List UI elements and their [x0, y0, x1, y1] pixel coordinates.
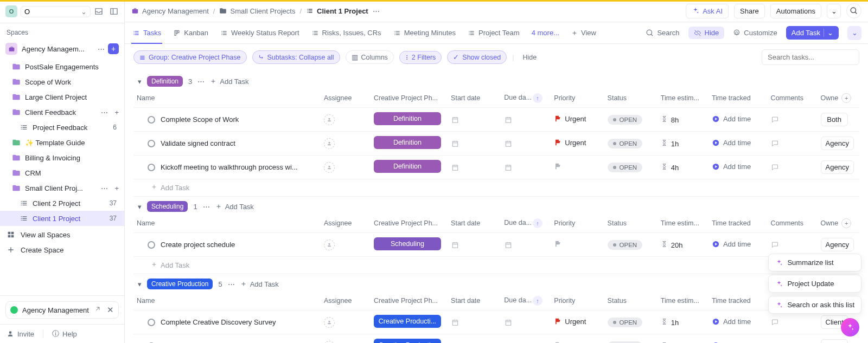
sidebar-item[interactable]: Large Client Project [0, 89, 124, 105]
ai-summarize[interactable]: Summarize list [768, 254, 861, 271]
task-row[interactable]: Create project schedule Scheduling OPEN … [133, 233, 859, 257]
ask-ai-button[interactable]: Ask AI [686, 4, 729, 18]
task-row[interactable]: Validate signed contract Definition Urge… [133, 132, 859, 156]
status-ring-icon[interactable] [148, 116, 155, 124]
panel-toggle-icon[interactable] [109, 7, 119, 16]
group-collapse-icon[interactable]: ▾ [138, 77, 142, 86]
tab[interactable]: Project Team [467, 22, 521, 43]
group-add-task[interactable]: Add Task [210, 77, 248, 86]
sidebar-item[interactable]: ✨ Template Guide [0, 135, 124, 150]
tab[interactable]: Kanban [172, 22, 209, 43]
show-closed-pill[interactable]: ✓ Show closed [447, 50, 507, 64]
item-add-icon[interactable]: + [114, 184, 119, 192]
tab[interactable]: Weekly Status Report [219, 22, 300, 43]
group-badge[interactable]: Creative Production [147, 279, 213, 289]
start-date-icon[interactable] [451, 115, 459, 124]
item-more-icon[interactable]: ⋯ [101, 108, 108, 117]
sidebar-item[interactable]: CRM [0, 165, 124, 180]
task-row[interactable]: Complete Creative Discovery Survey Creat… [133, 310, 859, 334]
sidebar-item[interactable]: Scope of Work [0, 74, 124, 89]
task-search[interactable] [762, 49, 859, 65]
workspace-card[interactable]: Agency Management ✕ [5, 301, 119, 319]
automations-button[interactable]: Automations [770, 4, 821, 18]
start-date-icon[interactable] [451, 163, 459, 172]
automations-caret[interactable]: ⌄ [827, 4, 841, 18]
time-estimate[interactable]: 1h [661, 319, 679, 327]
group-badge[interactable]: Scheduling [147, 201, 188, 212]
phase-chip[interactable]: Definition [374, 112, 441, 125]
view-kebab[interactable]: ⌄ [847, 26, 861, 40]
phase-chip[interactable]: Definition [374, 136, 441, 149]
assignee-add-icon[interactable] [324, 317, 335, 328]
due-date-icon[interactable] [504, 241, 513, 249]
filters-pill[interactable]: ⫶ 2 Filters [399, 51, 442, 64]
status-ring-icon[interactable] [148, 319, 155, 326]
time-estimate[interactable]: 4h [661, 164, 679, 172]
add-view-button[interactable]: View [570, 22, 597, 43]
chevron-down-icon[interactable]: ⌄ [81, 8, 87, 16]
task-row[interactable]: Complete Scope of Work Definition Urgent… [133, 108, 859, 132]
owner-chip[interactable]: Cli [821, 339, 848, 343]
create-space[interactable]: Create Space [0, 242, 124, 257]
group-more-icon[interactable]: ⋯ [203, 203, 210, 211]
comments-icon[interactable] [771, 163, 779, 171]
global-search[interactable]: ⌄ [21, 6, 91, 17]
status-badge[interactable]: OPEN [608, 115, 643, 125]
space-row[interactable]: Agency Managem... ⋯ + [0, 40, 124, 58]
tabs-more[interactable]: 4 more... [531, 22, 560, 43]
priority-flag-icon[interactable]: Urgent [554, 139, 586, 147]
columns-pill[interactable]: ▥ Columns [346, 50, 394, 64]
time-tracked[interactable]: Add time [712, 318, 751, 326]
subtasks-pill[interactable]: ⤷ Subtasks: Collapse all [252, 50, 340, 64]
assignee-add-icon[interactable] [324, 138, 335, 149]
time-estimate[interactable]: 20h [661, 241, 683, 249]
owner-chip[interactable]: Both [821, 113, 848, 126]
status-badge[interactable]: OPEN [608, 139, 643, 148]
ai-search-list[interactable]: Search or ask this list [768, 296, 861, 314]
add-task-inline[interactable]: Add Task [133, 179, 859, 197]
item-add-icon[interactable]: + [114, 108, 119, 117]
breadcrumb-more-icon[interactable]: ⋯ [373, 7, 380, 15]
sidebar-item[interactable]: Client 2 Project37 [0, 196, 124, 211]
crumb-list[interactable]: Client 1 Project [306, 7, 368, 15]
crumb-folder[interactable]: Small Client Projects [219, 7, 295, 15]
sidebar-item[interactable]: Billing & Invoicing [0, 150, 124, 165]
assignee-add-icon[interactable] [324, 162, 335, 173]
time-estimate[interactable]: 8h [661, 116, 679, 124]
ai-fab[interactable] [841, 318, 859, 336]
sidebar-item[interactable]: Small Client Proj...⋯+ [0, 180, 124, 196]
close-icon[interactable]: ✕ [107, 305, 114, 315]
priority-flag-icon[interactable] [554, 163, 565, 170]
time-tracked[interactable]: Add time [712, 139, 751, 147]
group-more-icon[interactable]: ⋯ [197, 77, 205, 86]
due-date-icon[interactable] [504, 163, 513, 172]
top-search-icon[interactable] [846, 3, 861, 18]
view-customize[interactable]: Customize [733, 29, 777, 37]
task-search-input[interactable] [768, 53, 853, 61]
status-badge[interactable]: OPEN [608, 163, 643, 172]
view-all-spaces[interactable]: View all Spaces [0, 227, 124, 242]
group-add-task[interactable]: Add Task [240, 280, 279, 288]
sidebar-item[interactable]: Project Feedback6 [0, 120, 124, 135]
comments-icon[interactable] [771, 318, 779, 326]
group-collapse-icon[interactable]: ▾ [138, 280, 142, 288]
group-badge[interactable]: Definition [147, 76, 183, 87]
global-search-input[interactable] [24, 8, 79, 16]
status-ring-icon[interactable] [148, 241, 155, 249]
comments-icon[interactable] [771, 115, 779, 124]
status-badge[interactable]: OPEN [608, 341, 643, 344]
priority-flag-icon[interactable] [554, 240, 565, 248]
due-date-icon[interactable] [504, 115, 513, 124]
status-ring-icon[interactable] [148, 164, 155, 171]
tab[interactable]: Tasks [131, 22, 162, 43]
inbox-icon[interactable] [94, 7, 104, 16]
phase-chip[interactable]: Definition [374, 160, 441, 173]
time-estimate[interactable]: 1h [661, 140, 679, 148]
start-date-icon[interactable] [451, 318, 459, 327]
start-date-icon[interactable] [451, 241, 459, 249]
group-collapse-icon[interactable]: ▾ [138, 203, 142, 211]
time-tracked[interactable]: Add time [712, 240, 751, 248]
priority-flag-icon[interactable]: Urgent [554, 115, 586, 123]
tab[interactable]: Risks, Issues, CRs [310, 22, 382, 43]
tab[interactable]: Meeting Minutes [392, 22, 457, 43]
